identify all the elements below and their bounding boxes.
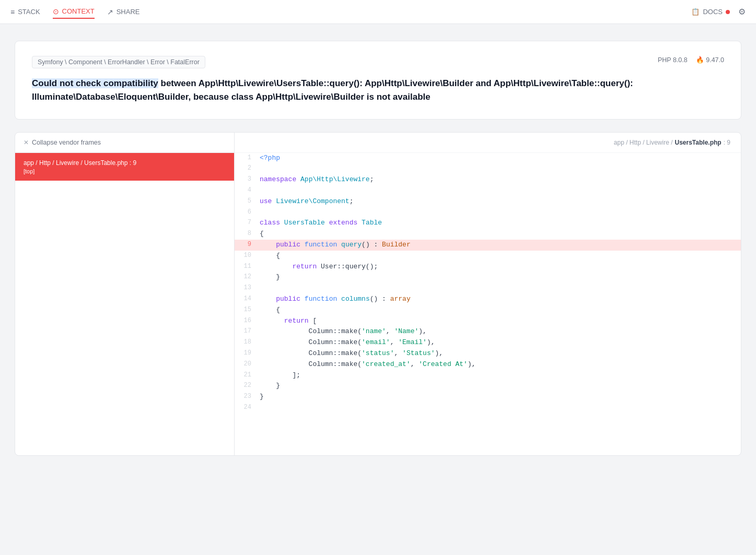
table-row: 20 Column::make('created_at', 'Created A… bbox=[235, 359, 741, 370]
line-code bbox=[260, 185, 741, 196]
table-row: 14 public function columns() : array bbox=[235, 294, 741, 305]
table-row: 18 Column::make('email', 'Email'), bbox=[235, 337, 741, 348]
nav-left: ≡ STACK ⊙ CONTEXT ↗ SHARE bbox=[10, 5, 139, 19]
table-row: 6 bbox=[235, 207, 741, 218]
table-row: 11 return User::query(); bbox=[235, 262, 741, 273]
collapse-x-icon: ✕ bbox=[24, 139, 29, 146]
docs-icon: 📋 bbox=[691, 8, 700, 16]
line-code: { bbox=[260, 251, 741, 262]
table-row: 15 { bbox=[235, 305, 741, 316]
code-header-path: app / Http / Livewire / UsersTable.php :… bbox=[614, 139, 730, 146]
php-version: PHP 8.0.8 bbox=[658, 56, 688, 64]
line-number: 17 bbox=[235, 326, 260, 337]
line-code: use Livewire\Component; bbox=[260, 196, 741, 207]
stack-icon: ≡ bbox=[10, 8, 15, 16]
line-code: return [ bbox=[260, 316, 741, 327]
settings-icon[interactable]: ⚙ bbox=[738, 7, 746, 17]
table-row: 10 { bbox=[235, 251, 741, 262]
line-number: 13 bbox=[235, 283, 260, 294]
line-number: 12 bbox=[235, 272, 260, 283]
nav-context[interactable]: ⊙ CONTEXT bbox=[53, 5, 95, 19]
share-icon: ↗ bbox=[107, 8, 113, 16]
docs-button[interactable]: 📋 DOCS bbox=[691, 8, 730, 16]
line-number: 8 bbox=[235, 229, 260, 240]
table-row: 1 <?php bbox=[235, 153, 741, 164]
line-code: return User::query(); bbox=[260, 262, 741, 273]
share-label: SHARE bbox=[117, 8, 140, 16]
error-message: Could not check compatibility between Ap… bbox=[32, 77, 724, 104]
table-row: 21 ]; bbox=[235, 370, 741, 381]
table-row: 19 Column::make('status', 'Status'), bbox=[235, 348, 741, 359]
frame-tag: [top] bbox=[24, 168, 226, 174]
line-code: namespace App\Http\Livewire; bbox=[260, 174, 741, 185]
error-header: PHP 8.0.8 🔥 9.47.0 Symfony \ Component \… bbox=[32, 56, 724, 77]
file-name: UsersTable.php bbox=[675, 139, 722, 146]
frame-item-active[interactable]: app / Http / Livewire / UsersTable.php :… bbox=[15, 153, 234, 181]
code-header: app / Http / Livewire / UsersTable.php :… bbox=[235, 133, 741, 153]
line-number: 14 bbox=[235, 294, 260, 305]
error-breadcrumb: Symfony \ Component \ ErrorHandler \ Err… bbox=[32, 56, 205, 68]
table-row: 13 bbox=[235, 283, 741, 294]
line-number: 10 bbox=[235, 251, 260, 262]
line-code: } bbox=[260, 392, 741, 403]
table-row: 12 } bbox=[235, 272, 741, 283]
table-row: 4 bbox=[235, 185, 741, 196]
table-row: 22 } bbox=[235, 381, 741, 392]
line-code bbox=[260, 403, 741, 414]
docs-badge bbox=[726, 10, 730, 14]
code-table: 1 <?php 2 3 namespace App\Http\Livewire; bbox=[235, 153, 741, 414]
line-number: 1 bbox=[235, 153, 260, 164]
line-code: ]; bbox=[260, 370, 741, 381]
file-line: : 9 bbox=[724, 139, 730, 146]
line-code: Column::make('name', 'Name'), bbox=[260, 326, 741, 337]
line-code: class UsersTable extends Table bbox=[260, 218, 741, 229]
line-code: { bbox=[260, 229, 741, 240]
line-code: public function columns() : array bbox=[260, 294, 741, 305]
code-panel: ✕ Collapse vendor frames app / Http / Li… bbox=[15, 132, 741, 456]
file-path: app / Http / Livewire / bbox=[614, 139, 673, 146]
line-number: 21 bbox=[235, 370, 260, 381]
line-number: 15 bbox=[235, 305, 260, 316]
line-number: 9 bbox=[235, 240, 260, 251]
table-row: 7 class UsersTable extends Table bbox=[235, 218, 741, 229]
line-number: 11 bbox=[235, 262, 260, 273]
line-number: 23 bbox=[235, 392, 260, 403]
line-number: 3 bbox=[235, 174, 260, 185]
code-sidebar: ✕ Collapse vendor frames app / Http / Li… bbox=[15, 133, 235, 455]
nav-share[interactable]: ↗ SHARE bbox=[107, 6, 140, 18]
table-row: 5 use Livewire\Component; bbox=[235, 196, 741, 207]
line-number: 5 bbox=[235, 196, 260, 207]
line-number: 24 bbox=[235, 403, 260, 414]
line-number: 18 bbox=[235, 337, 260, 348]
line-number: 4 bbox=[235, 185, 260, 196]
nav-right: 📋 DOCS ⚙ bbox=[691, 7, 746, 17]
line-code: } bbox=[260, 381, 741, 392]
table-row-highlighted: 9 public function query() : Builder bbox=[235, 240, 741, 251]
collapse-vendor-label: Collapse vendor frames bbox=[32, 139, 101, 146]
context-icon: ⊙ bbox=[53, 7, 59, 16]
line-code: <?php bbox=[260, 153, 741, 164]
line-code: { bbox=[260, 305, 741, 316]
line-code: } bbox=[260, 272, 741, 283]
error-card: PHP 8.0.8 🔥 9.47.0 Symfony \ Component \… bbox=[15, 41, 741, 120]
context-label: CONTEXT bbox=[62, 7, 95, 15]
main-content: PHP 8.0.8 🔥 9.47.0 Symfony \ Component \… bbox=[0, 24, 756, 473]
collapse-vendor-btn[interactable]: ✕ Collapse vendor frames bbox=[15, 133, 234, 153]
line-number: 19 bbox=[235, 348, 260, 359]
table-row: 17 Column::make('name', 'Name'), bbox=[235, 326, 741, 337]
line-number: 20 bbox=[235, 359, 260, 370]
line-code: Column::make('email', 'Email'), bbox=[260, 337, 741, 348]
table-row: 2 bbox=[235, 163, 741, 174]
line-code: public function query() : Builder bbox=[260, 240, 741, 251]
line-code bbox=[260, 207, 741, 218]
table-row: 16 return [ bbox=[235, 316, 741, 327]
error-highlight: Could not check compatibility bbox=[32, 78, 158, 88]
ignition-version: 🔥 9.47.0 bbox=[696, 56, 724, 64]
line-code bbox=[260, 163, 741, 174]
code-area: app / Http / Livewire / UsersTable.php :… bbox=[235, 133, 741, 455]
error-meta-right: PHP 8.0.8 🔥 9.47.0 bbox=[658, 56, 724, 64]
line-code bbox=[260, 283, 741, 294]
line-number: 2 bbox=[235, 163, 260, 174]
nav-stack[interactable]: ≡ STACK bbox=[10, 6, 40, 18]
table-row: 24 bbox=[235, 403, 741, 414]
